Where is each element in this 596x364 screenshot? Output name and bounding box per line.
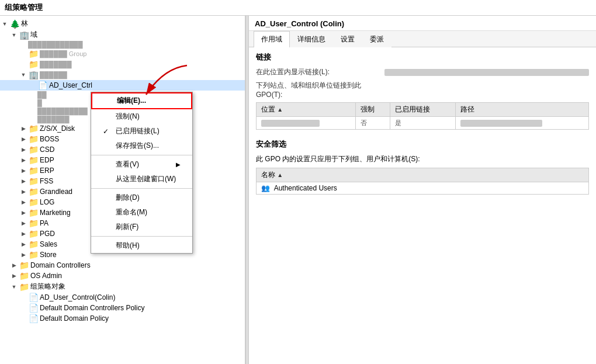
sort-arrow-name-icon: ▲ <box>277 172 283 178</box>
tree-toggle[interactable]: ▶ <box>19 147 28 152</box>
menu-item-label: 查看(V) <box>116 160 172 169</box>
tree-item-gpo-default[interactable]: 📄Default Domain Policy <box>0 313 245 324</box>
tree-label: Domain Controllers <box>30 261 91 269</box>
tree-item-blurred1[interactable]: ████████████ <box>0 40 245 48</box>
tree-toggle[interactable]: ▶ <box>19 199 28 205</box>
tree-folder-icon: 📄 <box>28 303 39 313</box>
menu-item-label: 编辑(E)... <box>117 96 179 106</box>
tab-details[interactable]: 详细信息 <box>290 31 333 47</box>
tree-label: Default Domain Policy <box>40 314 109 323</box>
link-enabled-cell: 是 <box>390 117 456 130</box>
tree-label: Sales <box>40 240 57 248</box>
tree-toggle[interactable]: ▶ <box>9 262 19 268</box>
security-name-cell: 👥 Authenticated Users <box>257 182 589 195</box>
tree-item-blurred2[interactable]: 📁██████ Group <box>0 48 245 59</box>
security-desc: 此 GPO 内的设置只应用于下列组、用户和计算机(S): <box>256 154 420 164</box>
tree-item-ad-user-ctrl[interactable]: 📄AD_User_Ctrl <box>0 80 245 91</box>
tree-folder-icon: 📁 <box>28 250 39 259</box>
tree-label: AD_User_Ctrl <box>49 81 92 89</box>
tree-item-gpo-ad[interactable]: 📄AD_User_Control(Colin) <box>0 292 245 303</box>
submenu-arrow-icon: ▶ <box>176 161 181 168</box>
tree-label: ██████ Group <box>40 50 86 57</box>
tree-item-blurred3[interactable]: 📁███████ <box>0 59 245 70</box>
menu-item-rename[interactable]: 重命名(M) <box>91 205 192 220</box>
tree-toggle[interactable]: ▶ <box>19 241 28 247</box>
tree-label: LOG <box>40 198 54 206</box>
tree-label: FSS <box>40 177 53 185</box>
link-table: 位置 ▲ 强制 已启用链接 路径 否 是 <box>256 102 589 130</box>
tree-folder-icon: 📁 <box>28 187 39 196</box>
tree-item-gpo-objects[interactable]: ▼📁组策略对象 <box>0 281 245 292</box>
tree-label: ██ <box>37 91 47 98</box>
tree-label: Default Domain Controllers Policy <box>40 304 144 312</box>
tree-toggle[interactable]: ▼ <box>9 284 19 290</box>
tree-toggle[interactable]: ▶ <box>19 136 28 142</box>
menu-item-enforce[interactable]: 强制(N) <box>91 109 192 124</box>
tree-toggle[interactable]: ▶ <box>9 273 19 279</box>
tree-item-root[interactable]: ▼🌲林 <box>0 18 245 29</box>
tree-item-dc-node[interactable]: ▼🏢██████ <box>0 70 245 80</box>
display-link-row: 在此位置内显示链接(L): <box>256 67 589 77</box>
linked-label-row: 下列站点、域和组织单位链接到此 GPO(T): <box>256 81 589 99</box>
tree-label: ███████ <box>40 61 72 68</box>
link-col-enabled: 已启用链接 <box>390 103 456 117</box>
tree-toggle[interactable]: ▼ <box>19 72 28 78</box>
tree-label: ███████ <box>37 116 70 123</box>
tree-folder-icon: 🏢 <box>19 30 29 40</box>
menu-separator <box>91 236 192 237</box>
tree-toggle[interactable]: ▼ <box>0 21 9 27</box>
tree-folder-icon: 📄 <box>28 293 39 302</box>
tree-toggle[interactable]: ▶ <box>19 252 28 258</box>
tree-toggle[interactable]: ▶ <box>19 210 28 216</box>
tree-item-os-admin[interactable]: ▶📁OS Admin <box>0 271 245 281</box>
tree-toggle[interactable]: ▶ <box>19 178 28 184</box>
tree-toggle[interactable]: ▶ <box>19 220 28 226</box>
tree-toggle[interactable]: ▶ <box>19 168 28 174</box>
tree-toggle[interactable]: ▶ <box>19 157 28 163</box>
tree-label: █ <box>37 99 42 106</box>
display-link-label: 在此位置内显示链接(L): <box>256 67 384 77</box>
menu-item-edit[interactable]: 编辑(E)... <box>91 92 192 109</box>
main-layout: ▼🌲林▼🏢域████████████📁██████ Group📁███████▼… <box>0 16 596 364</box>
tree-folder-icon: 📁 <box>28 134 39 144</box>
tree-folder-icon: 📁 <box>19 271 29 280</box>
tree-toggle[interactable]: ▼ <box>9 32 19 38</box>
tree-toggle[interactable]: ▶ <box>19 231 28 237</box>
tree-item-gpo-dc[interactable]: 📄Default Domain Controllers Policy <box>0 303 245 313</box>
menu-item-help[interactable]: 帮助(H) <box>91 238 192 253</box>
tree-item-domain-controllers[interactable]: ▶📁Domain Controllers <box>0 260 245 271</box>
security-section-title: 安全筛选 <box>256 139 589 150</box>
tree-folder-icon: 📁 <box>28 208 39 217</box>
security-table: 名称 ▲ 👥 Authenticated Users <box>256 168 589 195</box>
title-bar: 组策略管理 <box>0 0 596 16</box>
tab-settings[interactable]: 设置 <box>333 31 362 47</box>
menu-item-label: 保存报告(S)... <box>116 141 181 151</box>
tree-folder-icon: 📁 <box>19 261 29 270</box>
tab-scope[interactable]: 作用域 <box>254 31 290 47</box>
tree-item-domain[interactable]: ▼🏢域 <box>0 29 245 40</box>
user-icon: 👥 <box>261 184 270 192</box>
menu-item-view[interactable]: 查看(V)▶ <box>91 157 192 172</box>
menu-item-new-window[interactable]: 从这里创建窗口(W) <box>91 172 192 186</box>
tree-label: PA <box>40 219 48 227</box>
menu-item-delete[interactable]: 删除(D) <box>91 190 192 205</box>
tree-label: ███████████ <box>37 108 88 115</box>
menu-item-enabled[interactable]: ✓已启用链接(L) <box>91 124 192 138</box>
menu-item-label: 已启用链接(L) <box>116 126 181 136</box>
tree-toggle[interactable]: ▶ <box>19 126 28 131</box>
menu-separator <box>91 188 192 189</box>
tree-label: Z/S/X_Disk <box>40 124 75 133</box>
security-table-row[interactable]: 👥 Authenticated Users <box>257 182 589 195</box>
security-section: 安全筛选 此 GPO 内的设置只应用于下列组、用户和计算机(S): 名称 ▲ 👥… <box>256 139 589 195</box>
tab-delegate[interactable]: 委派 <box>362 31 391 47</box>
tree-folder-icon: 📁 <box>19 282 29 292</box>
menu-item-label: 重命名(M) <box>116 207 181 217</box>
tree-folder-icon: 📄 <box>28 314 39 323</box>
menu-item-save-report[interactable]: 保存报告(S)... <box>91 138 192 153</box>
tree-label: 域 <box>30 30 37 40</box>
tree-folder-icon: 📁 <box>28 229 39 238</box>
security-user-name: Authenticated Users <box>274 184 337 192</box>
tree-toggle[interactable]: ▶ <box>19 189 28 195</box>
menu-item-refresh[interactable]: 刷新(F) <box>91 220 192 234</box>
link-table-row[interactable]: 否 是 <box>257 117 589 130</box>
